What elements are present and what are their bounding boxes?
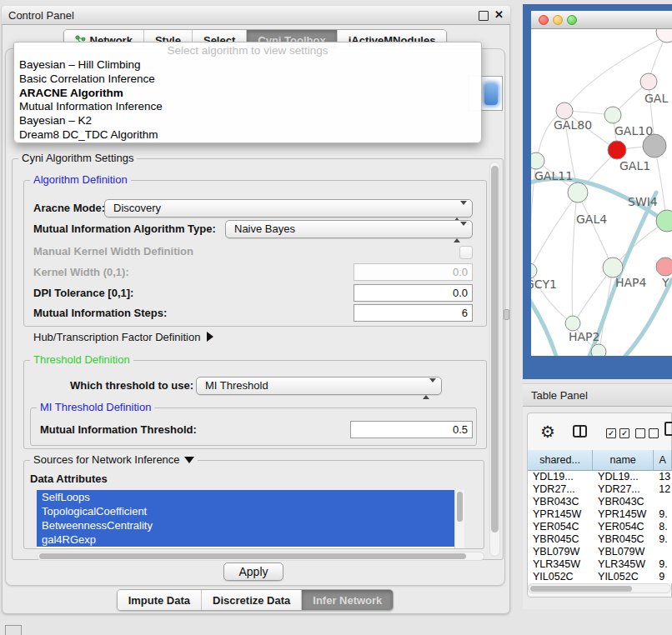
close-window-icon[interactable] <box>539 15 549 25</box>
algorithm-option-bayesian-k2[interactable]: Bayesian – K2 <box>14 114 481 128</box>
settings-vertical-scrollbar[interactable] <box>489 162 500 557</box>
network-edge[interactable] <box>531 193 578 270</box>
table-cell[interactable]: 8. <box>654 521 672 533</box>
table-cell[interactable] <box>654 546 672 558</box>
deselect-all-columns-icon[interactable] <box>635 428 659 438</box>
network-node[interactable] <box>643 134 666 158</box>
table-cell[interactable] <box>654 496 672 508</box>
float-window-icon[interactable] <box>479 11 489 21</box>
columns-icon[interactable] <box>573 425 587 438</box>
table-cell[interactable]: YBR045C <box>593 533 654 546</box>
manual-kernel-width-checkbox[interactable] <box>459 246 473 259</box>
network-node-swi4[interactable] <box>656 210 672 232</box>
table-row[interactable]: YPR145WYPR145W9. <box>528 508 672 521</box>
network-node-gal11[interactable] <box>531 152 544 169</box>
network-node-hap4[interactable] <box>603 258 623 278</box>
table-cell[interactable]: YER054C <box>528 521 593 533</box>
algorithm-option-mutual-information-inference[interactable]: Mutual Information Inference <box>14 100 481 114</box>
settings-horizontal-scrollbar[interactable] <box>37 552 484 561</box>
table-cell[interactable]: 9 <box>654 571 672 583</box>
network-edge[interactable] <box>625 279 672 356</box>
scrollbar-thumb[interactable] <box>530 586 632 592</box>
table-row[interactable]: YDR27...YDR27...12 <box>528 483 672 496</box>
minimize-window-icon[interactable] <box>553 15 563 25</box>
attribute-item-betweennesscentrality[interactable]: BetweennessCentrality <box>37 518 454 532</box>
export-table-icon[interactable] <box>664 422 672 436</box>
network-node-y[interactable] <box>656 258 672 276</box>
scrollbar-thumb[interactable] <box>39 553 466 559</box>
minimized-panel-icon[interactable] <box>5 625 22 635</box>
bottom-tab-infer-network[interactable]: Infer Network <box>302 590 393 610</box>
table-cell[interactable]: YIL052C <box>593 571 654 583</box>
table-cell[interactable]: YDL19... <box>593 471 654 483</box>
network-node-gal80[interactable] <box>556 102 573 119</box>
algorithm-option-basic-correlation-inference[interactable]: Basic Correlation Inference <box>14 72 481 87</box>
network-window-titlebar[interactable] <box>531 11 672 29</box>
network-node-gal1[interactable] <box>608 141 626 159</box>
which-threshold-combo[interactable]: MI Threshold <box>196 377 442 395</box>
mi-algorithm-type-combo[interactable]: Naive Bayes <box>225 220 473 238</box>
network-view-canvas[interactable]: GALGAL80GAL10GAL1GAL11GAL4SWI4HAP4YGCY1H… <box>531 29 672 356</box>
combo-spinner-focused[interactable] <box>484 83 498 105</box>
network-edge[interactable] <box>531 292 556 356</box>
table-cell[interactable]: 12 <box>654 483 672 496</box>
table-cell[interactable]: YBL079W <box>593 546 654 558</box>
mi-steps-field[interactable]: 6 <box>354 304 473 322</box>
select-all-columns-icon[interactable]: ✓ ✓ <box>606 428 629 438</box>
aracne-mode-combo[interactable]: Discovery <box>104 199 473 218</box>
table-cell[interactable]: YLR345W <box>593 558 654 571</box>
scrollbar-thumb[interactable] <box>491 166 499 532</box>
table-cell[interactable]: YBR043C <box>528 496 593 508</box>
algorithm-option-aracne-algorithm[interactable]: ARACNE Algorithm <box>14 87 481 101</box>
bottom-tab-impute-data[interactable]: Impute Data <box>118 590 202 610</box>
table-cell[interactable]: YDL19... <box>528 471 593 483</box>
column-header-shared[interactable]: shared... <box>528 450 593 471</box>
attributes-vertical-scrollbar[interactable] <box>454 490 464 548</box>
bottom-tab-discretize-data[interactable]: Discretize Data <box>202 590 302 610</box>
network-node[interactable] <box>656 29 672 42</box>
table-cell[interactable]: YER054C <box>593 521 654 533</box>
column-header-name[interactable]: name <box>593 450 654 471</box>
attribute-item-selfloops[interactable]: SelfLoops <box>37 490 454 504</box>
table-cell[interactable]: 9. <box>654 533 672 546</box>
kernel-width-field[interactable]: 0.0 <box>354 263 473 281</box>
apply-button[interactable]: Apply <box>223 562 283 581</box>
column-header-a[interactable]: A <box>654 450 672 471</box>
network-node-gal[interactable] <box>640 73 657 90</box>
network-node-hap2[interactable] <box>565 316 580 331</box>
network-node-gal4[interactable] <box>568 182 588 202</box>
table-cell[interactable]: YBL079W <box>528 546 593 558</box>
table-cell[interactable]: YDR27... <box>528 483 593 496</box>
table-cell[interactable]: 9. <box>654 508 672 521</box>
table-cell[interactable]: YDR27... <box>593 483 654 496</box>
network-edge[interactable] <box>578 193 612 267</box>
table-cell[interactable]: YLR345W <box>528 558 593 571</box>
table-row[interactable]: YBL079WYBL079W <box>528 546 672 558</box>
table-row[interactable]: YER054CYER054C8. <box>528 521 672 533</box>
table-row[interactable]: YBR045CYBR045C9. <box>528 533 672 546</box>
algorithm-option-dream8-dc-tdc-algorithm[interactable]: Dream8 DC_TDC Algorithm <box>14 128 481 142</box>
table-row[interactable]: YDL19...YDL19...13 <box>528 471 672 483</box>
table-cell[interactable]: YIL052C <box>528 571 593 583</box>
table-row[interactable]: YIL052CYIL052C9 <box>528 571 672 583</box>
table-cell[interactable]: YPR145W <box>528 508 593 521</box>
dpi-tolerance-field[interactable]: 0.0 <box>354 284 473 302</box>
table-row[interactable]: YBR043CYBR043C <box>528 496 672 508</box>
hub-definition-expander[interactable]: Hub/Transcription Factor Definition <box>33 328 213 347</box>
mi-threshold-field[interactable]: 0.5 <box>350 421 473 438</box>
network-node-gcy1[interactable] <box>531 263 537 278</box>
table-cell[interactable]: YBR043C <box>593 496 654 508</box>
table-cell[interactable]: 13 <box>654 471 672 483</box>
scrollbar-thumb[interactable] <box>457 492 463 522</box>
attribute-item-topologicalcoefficient[interactable]: TopologicalCoefficient <box>37 504 454 518</box>
zoom-window-icon[interactable] <box>567 15 577 25</box>
table-cell[interactable]: YBR045C <box>528 533 593 546</box>
network-node-gal10[interactable] <box>604 107 621 123</box>
algorithm-option-bayesian-hill-climbing[interactable]: Bayesian – Hill Climbing <box>14 58 481 72</box>
attribute-item-gal4rgexp[interactable]: gal4RGexp <box>37 532 454 547</box>
table-row[interactable]: YLR345WYLR345W9. <box>528 558 672 571</box>
table-cell[interactable]: 9. <box>654 558 672 571</box>
sources-group-header[interactable]: Sources for Network Inference <box>30 453 198 466</box>
gear-icon[interactable]: ⚙ <box>540 422 555 442</box>
close-panel-icon[interactable]: ✕ <box>494 8 504 21</box>
